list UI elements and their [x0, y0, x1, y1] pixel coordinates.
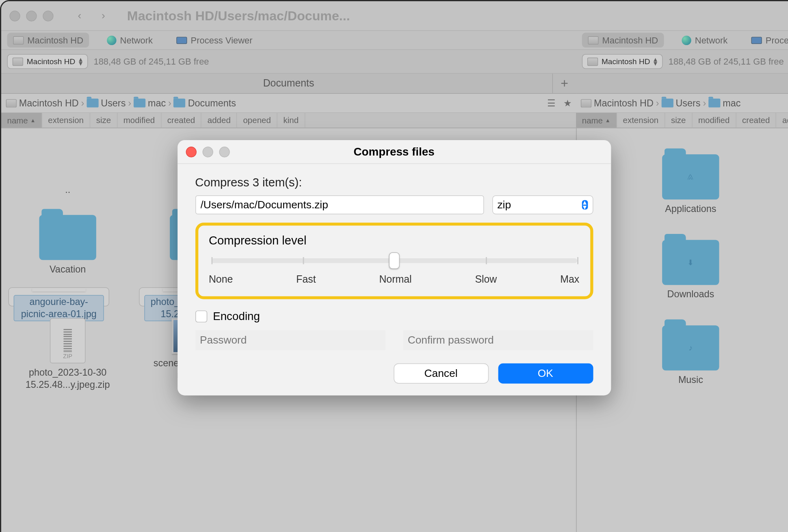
col-size[interactable]: size: [665, 113, 692, 128]
tab-network[interactable]: Network: [676, 32, 734, 48]
location-left[interactable]: Documents+: [1, 74, 576, 94]
drive-row: Macintosh HD▴▾ 188,48 GB of 245,11 GB fr…: [1, 50, 788, 74]
breadcrumb-row: Macintosh HD› Users› mac› Documents ☰★ M…: [1, 94, 788, 113]
col-modified[interactable]: modified: [117, 113, 161, 128]
minimize-icon[interactable]: [26, 11, 37, 21]
encoding-checkbox[interactable]: [195, 311, 207, 322]
col-added[interactable]: added: [776, 113, 788, 128]
col-extension[interactable]: extension: [42, 113, 90, 128]
columns-right: name▲ extension size modified created ad…: [576, 113, 788, 128]
nav-forward[interactable]: ›: [91, 6, 115, 25]
col-name[interactable]: name▲: [576, 113, 617, 128]
dialog-title: Compress files: [353, 145, 434, 158]
file-item[interactable]: ⩓Applications: [626, 147, 756, 215]
disk-free: 188,48 GB of 245,11 GB free: [93, 56, 209, 67]
compress-subtitle: Compress 3 item(s):: [195, 176, 593, 190]
hd-icon: [588, 36, 598, 44]
col-modified[interactable]: modified: [692, 113, 736, 128]
file-item[interactable]: ♪Music: [626, 318, 756, 386]
zoom-icon[interactable]: [43, 11, 53, 21]
col-extension[interactable]: extension: [617, 113, 665, 128]
left-tabs: Macintosh HD Network Process Viewer: [1, 31, 576, 49]
col-added[interactable]: added: [201, 113, 237, 128]
format-select[interactable]: zip▴▾: [492, 195, 593, 214]
disk-free: 188,48 GB of 245,11 GB free: [669, 56, 784, 67]
app-icon: ⩓: [687, 173, 695, 182]
tab-macintosh-hd[interactable]: Macintosh HD: [7, 32, 89, 48]
ok-button[interactable]: OK: [498, 363, 593, 384]
compress-dialog: Compress files Compress 3 item(s): zip▴▾…: [177, 140, 610, 396]
globe-icon: [682, 35, 691, 45]
file-item[interactable]: ⬇Downloads: [626, 233, 756, 301]
columns-left: name▲ extension size modified created ad…: [1, 113, 576, 128]
add-tab-button[interactable]: +: [552, 74, 576, 93]
tabs-row: Macintosh HD Network Process Viewer Maci…: [1, 31, 788, 50]
nav-back[interactable]: ‹: [68, 6, 91, 25]
globe-icon: [107, 35, 116, 45]
col-created[interactable]: created: [736, 113, 776, 128]
tab-process-viewer[interactable]: Process Viewer: [745, 32, 788, 48]
col-created[interactable]: created: [161, 113, 201, 128]
hd-icon: [13, 36, 24, 44]
compression-level-box: Compression level None Fast Normal Slow …: [195, 223, 593, 299]
close-icon[interactable]: [186, 146, 196, 157]
favorite-icon[interactable]: ★: [559, 94, 576, 112]
minimize-icon: [202, 146, 213, 157]
encoding-label: Encoding: [213, 310, 260, 323]
monitor-icon: [177, 37, 187, 44]
tab-macintosh-hd[interactable]: Macintosh HD: [582, 32, 664, 48]
file-item[interactable]: angourie-bay-picnic-area-01.jpg: [8, 288, 109, 307]
breadcrumb-left[interactable]: Macintosh HD› Users› mac› Documents ☰★: [1, 94, 576, 112]
confirm-password-input[interactable]: [403, 330, 593, 350]
col-size[interactable]: size: [90, 113, 117, 128]
cancel-button[interactable]: Cancel: [394, 363, 489, 384]
drive-selector[interactable]: Macintosh HD▴▾: [7, 54, 88, 69]
music-icon: ♪: [689, 344, 693, 353]
compression-slider[interactable]: [211, 258, 577, 263]
file-item[interactable]: ..: [8, 135, 127, 196]
col-opened[interactable]: opened: [237, 113, 277, 128]
titlebar: ‹ › Macintosh HD/Users/mac/Docume...: [1, 1, 788, 31]
window-title: Macintosh HD/Users/mac/Docume...: [127, 8, 350, 24]
col-name[interactable]: name▲: [1, 113, 42, 128]
drive-selector[interactable]: Macintosh HD▴▾: [582, 54, 662, 69]
tab-process-viewer[interactable]: Process Viewer: [171, 32, 258, 48]
tab-network[interactable]: Network: [101, 32, 159, 48]
download-icon: ⬇: [687, 258, 694, 267]
list-icon[interactable]: ☰: [543, 94, 559, 112]
col-kind[interactable]: kind: [277, 113, 305, 128]
location-right[interactable]: mac+: [576, 74, 788, 94]
output-path-input[interactable]: [195, 195, 484, 214]
password-input[interactable]: [195, 330, 385, 350]
dialog-titlebar: Compress files: [177, 140, 610, 164]
breadcrumb-right[interactable]: Macintosh HD› Users› mac ☰★: [576, 94, 788, 112]
right-tabs: Macintosh HD Network Process Viewer: [576, 31, 788, 49]
file-item[interactable]: ZIPphoto_2023-10-30 15.25.48...y.jpeg.zi…: [8, 318, 127, 391]
window-controls: [9, 11, 53, 21]
zoom-icon: [219, 146, 229, 157]
close-icon[interactable]: [9, 11, 20, 21]
columns-row: name▲ extension size modified created ad…: [1, 113, 788, 128]
monitor-icon: [751, 37, 762, 44]
file-item[interactable]: Vacation: [8, 208, 127, 276]
compression-label: Compression level: [209, 234, 579, 248]
location-row: Documents+ mac+: [1, 74, 788, 94]
